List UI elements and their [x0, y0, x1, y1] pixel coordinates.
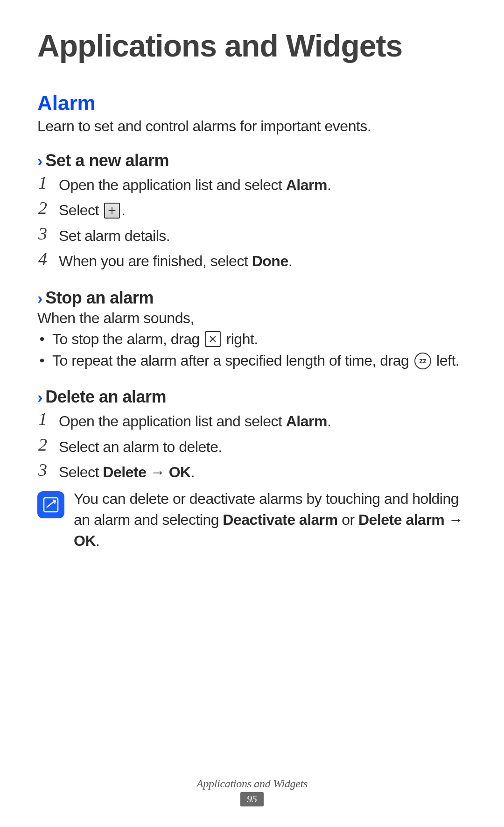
dismiss-icon: [205, 331, 221, 347]
bullet-icon: [40, 359, 44, 362]
bullet-row: To repeat the alarm after a specified le…: [40, 350, 467, 371]
step-number: 4: [38, 248, 59, 270]
step-text: Select an alarm to delete.: [59, 434, 222, 458]
chevron-icon: ›: [37, 389, 42, 405]
section-intro: Learn to set and control alarms for impo…: [37, 118, 467, 135]
text: To stop the alarm, drag: [52, 331, 203, 347]
step-row: 3 Select Delete → OK.: [38, 459, 467, 483]
chapter-heading: Applications and Widgets: [37, 28, 467, 64]
text: Select: [59, 202, 103, 219]
step-text: Select Delete → OK.: [59, 459, 195, 483]
step-text: Select .: [59, 198, 126, 221]
step-row: 1 Open the application list and select A…: [38, 172, 467, 196]
chevron-icon: ›: [37, 153, 42, 169]
page-number-badge: 95: [240, 792, 264, 806]
step-number: 2: [38, 434, 59, 456]
text: .: [96, 532, 99, 549]
sub-heading-delete-alarm: › Delete an alarm: [37, 387, 467, 407]
page-content: Applications and Widgets Alarm Learn to …: [0, 0, 504, 551]
sub-heading-label: Stop an alarm: [45, 288, 154, 308]
step-number: 2: [38, 198, 59, 219]
step-number: 1: [38, 172, 59, 194]
bold-text: Done: [252, 253, 288, 269]
sub-heading-stop-alarm: › Stop an alarm: [37, 288, 467, 308]
bullet-icon: [40, 337, 44, 341]
sub-heading-label: Set a new alarm: [45, 151, 169, 170]
svg-rect-0: [44, 498, 58, 512]
step-text: Open the application list and select Ala…: [59, 172, 331, 196]
bold-text: Alarm: [286, 413, 327, 430]
text: .: [191, 464, 195, 481]
bold-text: OK: [74, 532, 96, 549]
text: .: [121, 202, 125, 219]
bold-text: OK: [169, 464, 191, 481]
paragraph-text: When the alarm sounds,: [37, 310, 467, 327]
step-number: 3: [38, 223, 59, 245]
step-text: Set alarm details.: [59, 223, 170, 247]
step-text: Open the application list and select Ala…: [59, 409, 331, 432]
text: right.: [222, 331, 258, 347]
text: Select: [59, 464, 103, 481]
text: or: [338, 511, 358, 528]
text: .: [327, 413, 331, 430]
text: →: [444, 511, 463, 528]
step-number: 3: [38, 459, 59, 481]
text: .: [288, 253, 292, 269]
text: left.: [433, 352, 459, 369]
bold-text: Deactivate alarm: [223, 511, 337, 528]
note-row: You can delete or deactivate alarms by t…: [37, 488, 467, 551]
note-text: You can delete or deactivate alarms by t…: [74, 488, 467, 551]
page-footer: Applications and Widgets 95: [0, 778, 504, 806]
step-row: 4 When you are finished, select Done.: [38, 248, 467, 272]
text: Open the application list and select: [59, 177, 286, 193]
bold-text: Delete: [103, 464, 146, 481]
section-heading-alarm: Alarm: [37, 92, 467, 115]
chevron-icon: ›: [37, 290, 42, 306]
bold-text: Delete alarm: [358, 511, 444, 528]
plus-icon: [104, 203, 120, 219]
step-number: 1: [38, 409, 59, 430]
step-text: When you are finished, select Done.: [59, 248, 292, 272]
sub-heading-set-alarm: › Set a new alarm: [37, 151, 467, 170]
text: Open the application list and select: [59, 413, 286, 430]
step-row: 2 Select an alarm to delete.: [38, 434, 467, 458]
bullet-text: To repeat the alarm after a specified le…: [52, 350, 459, 371]
step-row: 3 Set alarm details.: [38, 223, 467, 247]
bullet-text: To stop the alarm, drag right.: [52, 329, 258, 350]
snooze-icon: zz: [414, 353, 431, 369]
footer-title: Applications and Widgets: [0, 778, 504, 790]
note-icon: [37, 491, 64, 518]
sub-heading-label: Delete an alarm: [45, 387, 166, 407]
text: To repeat the alarm after a specified le…: [52, 352, 413, 369]
step-row: 1 Open the application list and select A…: [38, 409, 467, 432]
bullet-row: To stop the alarm, drag right.: [40, 329, 467, 350]
text: →: [146, 464, 168, 481]
text: When you are finished, select: [59, 253, 252, 269]
text: .: [327, 177, 331, 193]
bold-text: Alarm: [286, 177, 327, 193]
step-row: 2 Select .: [38, 198, 467, 221]
